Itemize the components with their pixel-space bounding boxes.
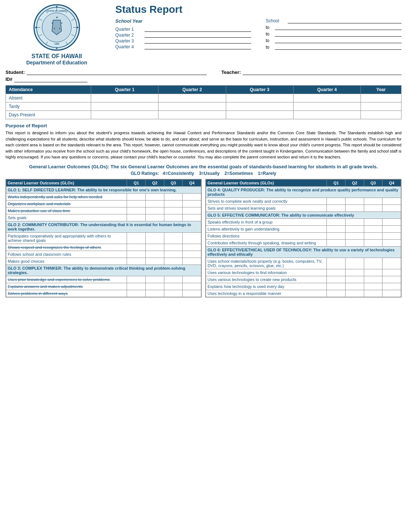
glo4-item-1-text: Strives to complete work neatly and corr… <box>206 198 327 205</box>
glo4-title-row: GLO 4: QUALITY PRODUCER: The ability to … <box>206 186 401 198</box>
present-q2 <box>158 111 226 119</box>
rating-4: 4=Consistently <box>163 171 194 176</box>
school-label: School <box>266 18 288 23</box>
q3-header: Quarter 3 <box>226 86 293 94</box>
glo-right-q3-header: Q3 <box>364 179 382 186</box>
glo2-item-2: Shows respect and recognizes the feeling… <box>6 244 201 251</box>
glo6-item-2: Uses various technologies to find inform… <box>206 269 401 276</box>
attendance-table: Attendance Quarter 1 Quarter 2 Quarter 3… <box>5 85 402 119</box>
absent-q2 <box>158 94 226 102</box>
glo-left-q4-header: Q4 <box>183 179 201 186</box>
to-row-4: to <box>266 45 402 50</box>
glo1-item-2: Organizes workplace and materials <box>6 200 201 207</box>
glo5-item-3: Follows directions <box>206 232 401 239</box>
glo2-item-4: Makes good choices <box>6 258 201 265</box>
glo-left-q1-header: Q1 <box>127 179 146 186</box>
glo5-item-4-text: Contributes effectively through speaking… <box>206 239 327 246</box>
glo4-title: GLO 4: QUALITY PRODUCER: The ability to … <box>206 186 401 198</box>
year-header: Year <box>361 86 402 94</box>
glo-right-table-container: General Learner Outcomes (GLOs) Q1 Q2 Q3… <box>205 179 402 297</box>
to-row-1: to <box>266 25 402 30</box>
school-line <box>288 18 402 23</box>
page-title: Status Report <box>115 4 402 15</box>
glo6-item-1: Uses school materials/tools properly (e.… <box>206 258 401 269</box>
glo1-item-3: Makes productive use of class time <box>6 207 201 214</box>
page: STATE OF HAWAII 1959 ★ ★ <box>0 0 407 305</box>
svg-text:★: ★ <box>61 22 63 24</box>
logo-section: STATE OF HAWAII 1959 ★ ★ <box>5 4 108 65</box>
glo3-item-3: Solves problems in different ways <box>6 290 201 297</box>
glo3-item-2-text: Explains answers and makes adjustments <box>6 283 127 290</box>
glo3-item-1-text: Uses prior knowledge and experiences to … <box>6 276 127 283</box>
header-right: Status Report School Year Quarter 1 Quar… <box>108 4 402 51</box>
glo-left-q2-header: Q2 <box>146 179 164 186</box>
glo-left-table-container: General Learner Outcomes (GLOs) Q1 Q2 Q3… <box>5 179 202 297</box>
purpose-section: Purpose of Report This report is designe… <box>5 123 402 160</box>
svg-text:★: ★ <box>59 27 60 30</box>
glo4-item-1: Strives to complete work neatly and corr… <box>206 198 401 205</box>
glo3-item-3-text: Solves problems in different ways <box>6 290 127 297</box>
glo3-item-2: Explains answers and makes adjustments <box>6 283 201 290</box>
tardy-q4 <box>293 102 361 111</box>
glo2-item-3-text: Follows school and classroom rules <box>6 251 127 258</box>
glo-header: General Learner Outcomes (GLOs): The six… <box>5 164 402 169</box>
id-line <box>14 76 87 82</box>
glo3-item-1: Uses prior knowledge and experiences to … <box>6 276 201 283</box>
glo2-title: GLO 2: COMMUNITY CONTRIBUTOR: The unders… <box>6 221 201 232</box>
ratings-label: GLO Ratings: <box>131 171 159 176</box>
glo6-title: GLO 6: EFFECTIVE/ETHICAL USER OF TECHNOL… <box>206 246 401 258</box>
glo5-item-2: Listens attentively to gain understandin… <box>206 225 401 232</box>
quarter-4-label: Quarter 4 <box>115 44 145 49</box>
to-label-1: to <box>266 25 275 30</box>
glo6-item-3-text: Uses various technologies to create new … <box>206 276 327 283</box>
quarter-3-row: Quarter 3 <box>115 38 251 44</box>
svg-text:★: ★ <box>53 27 55 30</box>
glo-left-q3-header: Q3 <box>164 179 183 186</box>
student-name-line <box>27 69 207 75</box>
glo1-item-4-text: Sets goals <box>6 214 127 221</box>
glo-tables: General Learner Outcomes (GLOs) Q1 Q2 Q3… <box>5 179 402 297</box>
quarter-3-label: Quarter 3 <box>115 38 145 44</box>
glo1-item-1-text: Works independently and asks for help wh… <box>6 193 127 200</box>
to-row-2: to <box>266 31 402 37</box>
to-line-2 <box>275 31 402 37</box>
svg-text:★: ★ <box>51 22 53 24</box>
glo1-item-4: Sets goals <box>6 214 201 221</box>
glo3-title: GLO 3: COMPLEX THINKER: The ability to d… <box>6 265 201 276</box>
glo2-item-2-text: Shows respect and recognizes the feeling… <box>6 244 127 251</box>
glo-left-col-header: General Learner Outcomes (GLOs) <box>6 179 127 186</box>
school-year-group: School Year Quarter 1 Quarter 2 Quarter … <box>115 18 251 51</box>
glo5-item-1-text: Speaks effectively in front of a group <box>206 218 327 225</box>
state-name: STATE OF HAWAII <box>31 53 82 60</box>
glo1-item-2-text: Organizes workplace and materials <box>6 200 127 207</box>
present-year <box>361 111 402 119</box>
days-present-row: Days Present <box>6 111 402 119</box>
quarter-1-label: Quarter 1 <box>115 27 145 32</box>
tardy-row: Tardy <box>6 102 402 111</box>
glo1-item-1: Works independently and asks for help wh… <box>6 193 201 200</box>
glo4-item-2: Sets and strives toward learning goals <box>206 205 401 211</box>
glo-right-table: General Learner Outcomes (GLOs) Q1 Q2 Q3… <box>206 179 401 297</box>
tardy-year <box>361 102 402 111</box>
glo6-title-row: GLO 6: EFFECTIVE/ETHICAL USER OF TECHNOL… <box>206 246 401 258</box>
absent-q1 <box>91 94 158 102</box>
rating-1: 1=Rarely <box>258 171 276 176</box>
glo2-item-4-text: Makes good choices <box>6 258 127 265</box>
hawaii-seal-icon: STATE OF HAWAII 1959 ★ ★ <box>33 4 81 51</box>
absent-q3 <box>226 94 293 102</box>
to-line-1 <box>275 25 402 30</box>
glo6-item-3: Uses various technologies to create new … <box>206 276 401 283</box>
attendance-header: Attendance <box>6 86 91 94</box>
glo-right-q2-header: Q2 <box>346 179 364 186</box>
q4-header: Quarter 4 <box>293 86 361 94</box>
glo3-title-row: GLO 3: COMPLEX THINKER: The ability to d… <box>6 265 201 276</box>
tardy-q1 <box>91 102 158 111</box>
glo2-item-1: Participates cooperatively and appropria… <box>6 232 201 244</box>
svg-text:★: ★ <box>56 16 58 19</box>
purpose-text: This report is designed to inform you ab… <box>5 130 402 160</box>
id-label: ID# <box>5 77 12 82</box>
glo6-item-5-text: Uses technology in a responsible manner <box>206 290 327 297</box>
tardy-label: Tardy <box>6 102 91 111</box>
teacher-line <box>243 69 402 75</box>
glo5-title: GLO 5: EFFECTIVE COMMUNICATOR: The abili… <box>206 211 401 218</box>
